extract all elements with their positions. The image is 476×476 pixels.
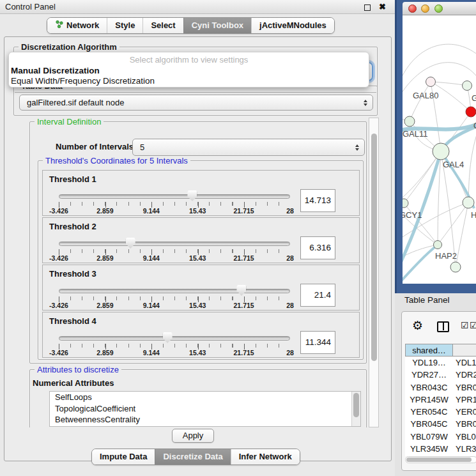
- table-row[interactable]: YDL19…YDL1: [405, 357, 476, 369]
- table-row[interactable]: YLR345WYLR3: [405, 443, 476, 455]
- slider-track[interactable]: [59, 242, 290, 246]
- slider-thumb[interactable]: [126, 238, 135, 249]
- table-row[interactable]: YER054CYER0: [405, 406, 476, 418]
- table-cell[interactable]: YDR2: [453, 369, 476, 381]
- close-icon[interactable]: ✖: [379, 2, 386, 12]
- table-cell[interactable]: YDL19…: [405, 357, 453, 369]
- tick-label: 2.859: [96, 207, 113, 215]
- tab-select[interactable]: Select: [142, 18, 183, 33]
- node-red-highlight: [466, 107, 476, 117]
- table-cell[interactable]: YLR3: [453, 443, 476, 455]
- table-cell[interactable]: YBR0: [453, 381, 476, 394]
- group-label: Interval Definition: [35, 118, 104, 127]
- tab-discretize-data[interactable]: Discretize Data: [155, 449, 230, 464]
- dropdown-option-manual-discretization[interactable]: Manual Discretization: [11, 66, 367, 75]
- table-row[interactable]: YPR145WYPR1: [405, 394, 476, 406]
- table-cell[interactable]: YPR1: [453, 394, 476, 406]
- tab-label: Impute Data: [100, 449, 147, 464]
- tick-label: 9.144: [143, 254, 160, 262]
- table-cell[interactable]: YBL0: [453, 431, 476, 443]
- checkbox-select-icon[interactable]: ☑: [461, 320, 469, 330]
- tick-label: 15.43: [189, 349, 206, 357]
- table-data-group: Table Data galFiltered.sif default node: [13, 86, 378, 116]
- tick-label: -3.426: [49, 254, 68, 262]
- tick-label: -3.426: [49, 207, 68, 215]
- table-horizontal-scrollbar[interactable]: [405, 456, 476, 463]
- scrollbar-thumb[interactable]: [371, 134, 377, 361]
- tab-cyni-toolbox[interactable]: Cyni Toolbox: [183, 18, 251, 33]
- float-window-icon[interactable]: [364, 4, 371, 11]
- tab-network[interactable]: Network: [47, 18, 107, 33]
- tab-infer-network[interactable]: Infer Network: [231, 449, 300, 464]
- node-label: GAL80: [413, 91, 438, 100]
- threshold-value-field[interactable]: 21.4: [300, 284, 335, 307]
- zoom-traffic-light-icon[interactable]: [434, 4, 443, 13]
- table-cell[interactable]: YBR0: [453, 418, 476, 430]
- node-label: C: [473, 121, 476, 130]
- tick-label: 28: [286, 349, 294, 357]
- cyni-toolbox-panel: Discretization Algorithm Table Data galF…: [4, 36, 392, 461]
- scrollbar-thumb[interactable]: [406, 457, 472, 462]
- table-cell[interactable]: YER0: [453, 406, 476, 418]
- settings-scrollbar[interactable]: [369, 118, 379, 427]
- table-cell[interactable]: YBR043C: [405, 381, 453, 394]
- settings-scroll-pane: Interval Definition Number of Intervals …: [13, 118, 379, 427]
- tick-label: 28: [286, 254, 294, 262]
- tab-label: Infer Network: [239, 449, 292, 464]
- dropdown-option-equal-width-frequency[interactable]: Equal Width/Frequency Discretization: [11, 76, 367, 86]
- threshold-value-field[interactable]: 14.713: [300, 189, 335, 212]
- group-label: Attributes to discretize: [35, 365, 121, 374]
- table-cell[interactable]: YER054C: [405, 406, 453, 418]
- table-data-select[interactable]: galFiltered.sif default node: [19, 95, 373, 111]
- table-cell[interactable]: YDL1: [453, 357, 476, 369]
- node-hap2: [434, 241, 442, 249]
- threshold-value-field[interactable]: 11.344: [300, 331, 335, 354]
- table-panel: ⚙ ☑ ☑ shared… na YDL19…YDL1YDR27…YDR2YBR…: [401, 311, 476, 471]
- slider-thumb[interactable]: [187, 190, 197, 201]
- close-traffic-light-icon[interactable]: [408, 4, 417, 13]
- slider-track[interactable]: [59, 336, 290, 341]
- columns-icon[interactable]: [437, 321, 449, 332]
- node-label: GA: [472, 93, 476, 103]
- attribute-list-item[interactable]: SelfLoops: [50, 392, 360, 403]
- tab-label: Discretize Data: [163, 449, 222, 464]
- attribute-list-item[interactable]: TopologicalCoefficient: [50, 403, 360, 415]
- network-window-titlebar: [403, 2, 476, 15]
- tab-impute-data[interactable]: Impute Data: [92, 449, 155, 464]
- gear-icon[interactable]: ⚙: [412, 318, 423, 334]
- threshold-value-field[interactable]: 6.316: [300, 236, 335, 259]
- table-row[interactable]: YBR045CYBR0: [405, 418, 476, 430]
- attribute-list-item[interactable]: BetweennessCentrality: [50, 414, 360, 426]
- tick-label: 2.859: [96, 349, 113, 357]
- list-scrollbar[interactable]: [351, 392, 360, 426]
- node-label: GAL4: [443, 160, 464, 169]
- tab-jactivemnodules[interactable]: jActiveMNodules: [251, 18, 334, 33]
- table-cell[interactable]: YBR045C: [405, 418, 453, 430]
- table-row[interactable]: YDR27…YDR2: [405, 369, 476, 381]
- network-canvas[interactable]: GAL80 GA C GAL11 GAL4 GCY1 H HAP2: [403, 15, 476, 284]
- node-table: shared… na YDL19…YDL1YDR27…YDR2YBR043CYB…: [405, 344, 476, 456]
- table-cell[interactable]: YLR345W: [405, 443, 453, 455]
- slider-track[interactable]: [59, 194, 290, 199]
- tab-style[interactable]: Style: [107, 18, 142, 33]
- table-row[interactable]: YBL079WYBL0: [405, 431, 476, 443]
- table-cell[interactable]: YDR27…: [405, 369, 453, 381]
- tick-label: 21.715: [234, 349, 254, 357]
- column-header-shared-name[interactable]: shared…: [405, 344, 453, 356]
- number-of-intervals-select[interactable]: 5: [132, 139, 365, 156]
- top-tab-bar: Network Style Select Cyni Toolbox jActiv…: [47, 17, 335, 34]
- slider-thumb[interactable]: [236, 285, 246, 296]
- checkbox-select-all-icon[interactable]: ☑: [470, 320, 476, 330]
- table-cell[interactable]: YBL079W: [405, 431, 453, 443]
- apply-button[interactable]: Apply: [172, 429, 214, 443]
- network-icon: [55, 18, 63, 33]
- minimize-traffic-light-icon[interactable]: [421, 4, 429, 13]
- tick-label: 21.715: [234, 302, 254, 309]
- table-row[interactable]: YBR043CYBR0: [405, 381, 476, 394]
- slider-thumb[interactable]: [163, 332, 173, 343]
- table-cell[interactable]: YPR145W: [405, 394, 453, 406]
- column-header-name[interactable]: na: [453, 344, 476, 356]
- table-rows: YDL19…YDL1YDR27…YDR2YBR043CYBR0YPR145WYP…: [405, 357, 476, 456]
- slider-track[interactable]: [59, 289, 290, 293]
- dropdown-hint: Select algorithm to view settings: [9, 55, 369, 65]
